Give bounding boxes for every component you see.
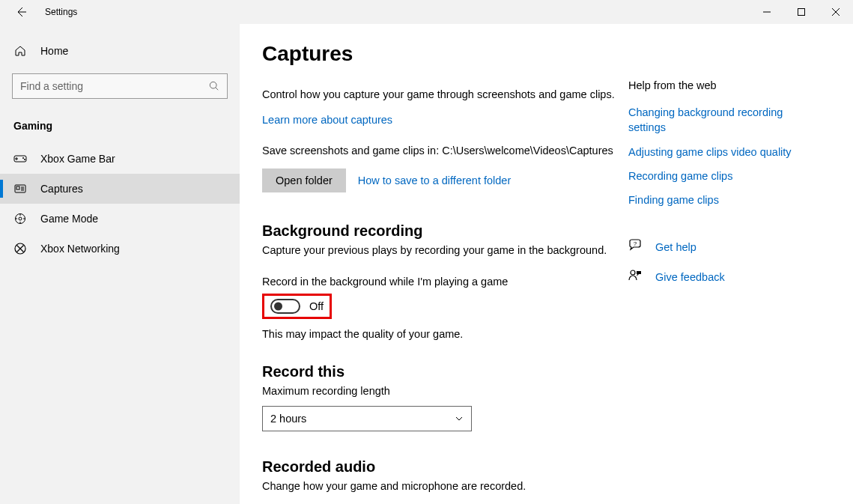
home-nav-item[interactable]: Home	[0, 39, 240, 63]
give-feedback-link[interactable]: Give feedback	[655, 270, 725, 285]
back-button[interactable]	[7, 0, 34, 24]
intro-text: Control how you capture your game throug…	[262, 87, 628, 102]
arrow-left-icon	[15, 6, 27, 18]
titlebar: Settings	[0, 0, 853, 24]
recorded-audio-desc: Change how your game and microphone are …	[262, 479, 628, 494]
sidebar-item-xbox-game-bar[interactable]: Xbox Game Bar	[0, 144, 240, 174]
captures-icon	[14, 183, 26, 195]
search-icon	[209, 81, 219, 91]
search-input[interactable]	[20, 80, 209, 92]
sidebar-item-label: Captures	[40, 183, 83, 195]
category-header: Gaming	[0, 112, 240, 144]
help-link-video-quality[interactable]: Adjusting game clips video quality	[628, 145, 823, 160]
toggle-state-label: Off	[309, 300, 324, 312]
help-link-bg-recording[interactable]: Changing background recording settings	[628, 105, 823, 136]
minimize-icon	[763, 8, 771, 16]
feedback-icon	[628, 269, 642, 282]
bg-recording-title: Background recording	[262, 222, 628, 240]
how-to-save-link[interactable]: How to save to a different folder	[358, 173, 511, 188]
close-button[interactable]	[819, 0, 853, 24]
highlight-annotation: Off	[262, 294, 332, 319]
minimize-button[interactable]	[750, 0, 784, 24]
get-help-link[interactable]: Get help	[655, 240, 696, 255]
gamemode-icon	[14, 213, 26, 225]
svg-rect-12	[637, 271, 641, 274]
svg-rect-6	[16, 186, 19, 189]
open-folder-button[interactable]: Open folder	[262, 168, 346, 192]
help-heading: Help from the web	[628, 79, 823, 91]
gamebar-icon	[13, 153, 27, 165]
content-area: Captures Control how you capture your ga…	[240, 24, 853, 504]
max-length-select[interactable]: 2 hours	[262, 406, 472, 431]
save-location-text: Save screenshots and game clips in: C:\U…	[262, 143, 628, 158]
recorded-audio-title: Recorded audio	[262, 458, 628, 476]
get-help-row[interactable]: ? Get help	[628, 239, 823, 255]
svg-point-11	[631, 270, 635, 275]
record-this-title: Record this	[262, 363, 628, 380]
bg-recording-desc: Capture your previous plays by recording…	[262, 243, 628, 258]
select-value: 2 hours	[270, 413, 306, 425]
max-length-label: Maximum recording length	[262, 383, 628, 398]
window-title: Settings	[45, 7, 77, 17]
close-icon	[832, 8, 840, 16]
search-box[interactable]	[12, 73, 228, 99]
page-title: Captures	[262, 42, 628, 66]
help-link-recording-clips[interactable]: Recording game clips	[628, 168, 823, 183]
maximize-icon	[798, 8, 805, 16]
home-label: Home	[40, 45, 68, 57]
maximize-button[interactable]	[784, 0, 819, 24]
xbox-icon	[14, 243, 26, 255]
sidebar-item-label: Game Mode	[40, 213, 98, 225]
impact-note: This may impact the quality of your game…	[262, 327, 628, 341]
sidebar-item-game-mode[interactable]: Game Mode	[0, 204, 240, 234]
sidebar-item-label: Xbox Game Bar	[40, 153, 115, 165]
svg-point-3	[22, 157, 24, 159]
help-link-finding-clips[interactable]: Finding game clips	[628, 192, 823, 207]
svg-text:?: ?	[634, 240, 637, 247]
help-icon: ?	[628, 239, 642, 252]
sidebar: Home Gaming Xbox Game Bar	[0, 24, 240, 504]
learn-more-link[interactable]: Learn more about captures	[262, 114, 392, 126]
toggle-caption: Record in the background while I'm playi…	[262, 274, 628, 289]
chevron-down-icon	[455, 414, 464, 423]
svg-point-8	[19, 217, 22, 220]
give-feedback-row[interactable]: Give feedback	[628, 269, 823, 285]
toggle-knob	[274, 303, 282, 311]
sidebar-item-captures[interactable]: Captures	[0, 174, 240, 204]
sidebar-item-xbox-networking[interactable]: Xbox Networking	[0, 234, 240, 264]
sidebar-item-label: Xbox Networking	[40, 243, 120, 255]
home-icon	[14, 45, 26, 57]
svg-rect-0	[798, 9, 805, 16]
svg-point-4	[24, 159, 25, 160]
bg-recording-toggle[interactable]	[270, 299, 300, 314]
